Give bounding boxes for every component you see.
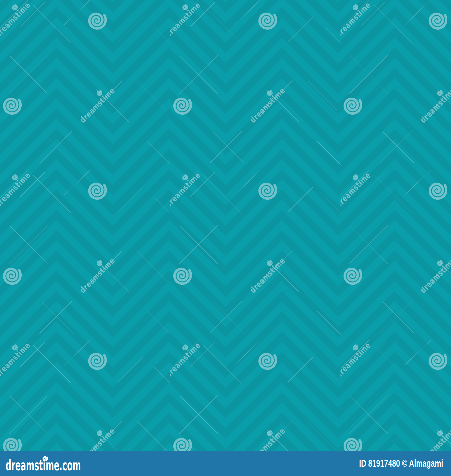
stock-image-preview: dreamstime dreamstime xyxy=(0,0,451,476)
dreamstime-logo: dreamstime.com xyxy=(0,451,96,476)
watermark-overlay xyxy=(0,0,451,451)
footer-bar: dreamstime.com ID 81917480 © Almagami xyxy=(0,451,451,476)
chevron-pattern-svg: dreamstime dreamstime xyxy=(0,0,451,451)
logo-spiral-icon xyxy=(43,457,48,461)
image-credit: ID 81917480 © Almagami xyxy=(316,451,451,476)
image-credit-text: ID 81917480 © Almagami xyxy=(359,458,443,469)
